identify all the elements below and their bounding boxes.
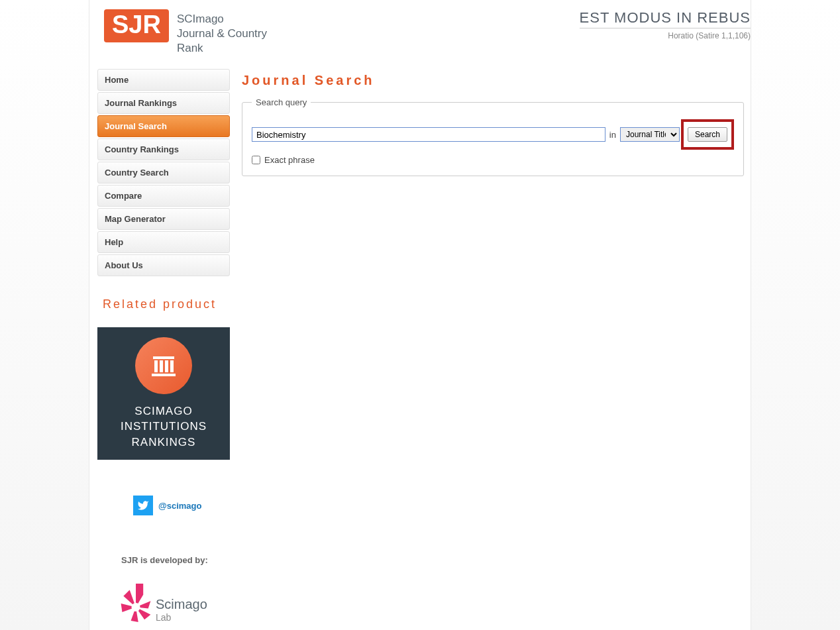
svg-rect-3 — [165, 360, 168, 372]
svg-point-6 — [131, 603, 140, 611]
logo-line3: Rank — [177, 41, 267, 56]
nav-item-help[interactable]: Help — [97, 231, 230, 253]
logo-line2: Journal & Country — [177, 26, 267, 41]
twitter-link[interactable]: @scimago — [133, 496, 230, 515]
search-scope-select[interactable]: Journal Title — [620, 127, 680, 142]
svg-rect-2 — [160, 360, 163, 372]
tagline-sub: Horatio (Satire 1,1,106) — [580, 31, 751, 40]
nav-item-journal-search[interactable]: Journal Search — [97, 115, 230, 137]
tagline: EST MODUS IN REBUS Horatio (Satire 1,1,1… — [580, 9, 751, 40]
sjr-logo-icon: SJR — [104, 9, 169, 42]
logo-text: SCImago Journal & Country Rank — [177, 9, 267, 56]
lab-sub: Lab — [156, 612, 207, 623]
exact-phrase-label: Exact phrase — [264, 155, 315, 165]
svg-rect-1 — [154, 360, 158, 372]
nav-item-country-rankings[interactable]: Country Rankings — [97, 138, 230, 160]
scimago-lab-logo[interactable]: Scimago Lab — [117, 574, 230, 630]
logo-line1: SCImago — [177, 12, 267, 26]
related-line1: SCIMAGO — [121, 403, 207, 419]
exact-phrase-checkbox[interactable] — [252, 156, 260, 164]
nav-item-about-us[interactable]: About Us — [97, 254, 230, 276]
page-title: Journal Search — [242, 73, 744, 88]
svg-rect-0 — [153, 356, 174, 359]
lab-text: Scimago Lab — [156, 584, 207, 623]
related-product-title: Related product — [103, 297, 230, 311]
search-button[interactable]: Search — [688, 127, 727, 142]
header: SJR SCImago Journal & Country Rank EST M… — [89, 0, 751, 56]
institution-icon — [135, 337, 192, 394]
main-content: Journal Search Search query in Journal T… — [242, 69, 744, 630]
related-line3: RANKINGS — [121, 435, 207, 450]
search-button-highlight: Search — [681, 119, 734, 150]
related-line2: INSTITUTIONS — [121, 419, 207, 435]
search-query-fieldset: Search query in Journal Title Search Exa… — [242, 97, 744, 176]
scimago-lab-icon — [117, 574, 154, 630]
svg-rect-4 — [170, 360, 174, 372]
in-label: in — [609, 130, 616, 140]
tagline-main: EST MODUS IN REBUS — [580, 9, 751, 28]
search-input[interactable] — [252, 127, 605, 142]
sidebar: HomeJournal RankingsJournal SearchCountr… — [97, 69, 230, 630]
twitter-handle: @scimago — [158, 501, 201, 511]
twitter-icon — [133, 496, 153, 515]
related-card-text: SCIMAGO INSTITUTIONS RANKINGS — [121, 403, 207, 450]
search-query-legend: Search query — [252, 97, 311, 107]
lab-name: Scimago — [156, 597, 207, 612]
related-product-card[interactable]: SCIMAGO INSTITUTIONS RANKINGS — [97, 327, 230, 460]
svg-rect-5 — [152, 374, 176, 376]
nav-item-map-generator[interactable]: Map Generator — [97, 208, 230, 230]
nav-item-compare[interactable]: Compare — [97, 185, 230, 207]
nav-item-country-search[interactable]: Country Search — [97, 162, 230, 184]
nav-item-journal-rankings[interactable]: Journal Rankings — [97, 92, 230, 114]
developed-by-label: SJR is developed by: — [121, 555, 230, 565]
nav-item-home[interactable]: Home — [97, 69, 230, 91]
logo-area[interactable]: SJR SCImago Journal & Country Rank — [89, 9, 267, 56]
